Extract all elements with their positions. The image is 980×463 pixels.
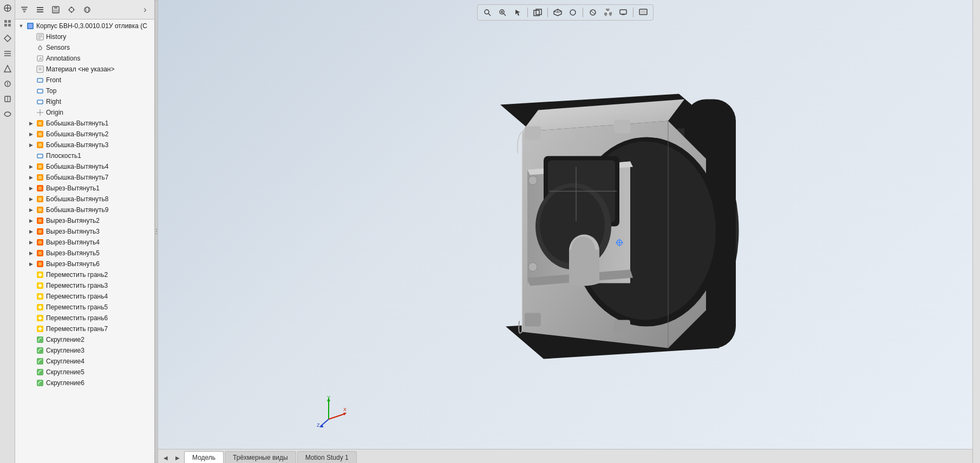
tree-item-sensors[interactable]: ▶Sensors (15, 42, 154, 53)
toolbar-icon-2[interactable] (2, 17, 14, 29)
expand-boss1[interactable]: ▶ (27, 120, 35, 127)
viewport-toolbar (477, 4, 654, 21)
expand-boss3[interactable]: ▶ (27, 141, 35, 149)
tree-item-move6[interactable]: ▶Переместить грань6 (15, 313, 154, 323)
svg-marker-10 (4, 65, 11, 72)
label-move5: Переместить грань5 (46, 303, 108, 311)
toolbar-icon-4[interactable] (2, 48, 14, 59)
svg-point-25 (69, 8, 74, 12)
label-boss4: Бобышка-Вытянуть4 (46, 163, 109, 170)
tree-item-fillet4[interactable]: ▶Скругление4 (15, 356, 154, 367)
expand-cut4[interactable]: ▶ (27, 239, 35, 246)
svg-rect-60 (38, 176, 42, 179)
vp-sphere2-btn[interactable] (566, 6, 579, 18)
expand-cut5[interactable]: ▶ (27, 249, 35, 257)
tab-model[interactable]: Модель (184, 451, 224, 463)
expand-cut1[interactable]: ▶ (27, 184, 35, 192)
3d-model[interactable] (419, 72, 744, 377)
label-fillet5: Скругление5 (46, 368, 84, 376)
tree-item-move7[interactable]: ▶Переместить грань7 (15, 323, 154, 334)
tree-item-front[interactable]: ▶Front (15, 75, 154, 85)
tree-item-top[interactable]: ▶Top (15, 85, 154, 96)
tree-item-boss7[interactable]: ▶Бобышка-Вытянуть7 (15, 172, 154, 183)
toolbar-icon-1[interactable] (2, 2, 14, 14)
tree-item-cut3[interactable]: ▶Вырез-Вытянуть3 (15, 226, 154, 237)
fp-more-btn[interactable]: › (138, 3, 152, 17)
tree-item-move3[interactable]: ▶Переместить грань3 (15, 280, 154, 291)
tree-item-cut6[interactable]: ▶Вырез-Вытянуть6 (15, 259, 154, 269)
fp-crosshair-btn[interactable] (64, 3, 79, 17)
svg-rect-18 (23, 11, 25, 12)
expand-boss4[interactable]: ▶ (27, 163, 35, 170)
fp-list-btn[interactable] (33, 3, 47, 17)
expand-cut3[interactable]: ▶ (27, 228, 35, 235)
tree-item-move2[interactable]: ▶Переместить грань2 (15, 269, 154, 280)
tree-item-fillet5[interactable]: ▶Скругление5 (15, 367, 154, 378)
tree-item-plane1[interactable]: ▶Плоскость1 (15, 150, 154, 161)
svg-rect-42 (37, 66, 43, 72)
tab-3d-views[interactable]: Трёхмерные виды (225, 451, 296, 463)
toolbar-icon-7[interactable] (2, 93, 14, 105)
svg-rect-64 (38, 197, 42, 201)
tree-item-cut4[interactable]: ▶Вырез-Вытянуть4 (15, 237, 154, 248)
svg-rect-6 (8, 24, 11, 27)
vp-cube-btn[interactable] (551, 6, 564, 18)
label-boss8: Бобышка-Вытянуть8 (46, 195, 109, 203)
toolbar-icon-8[interactable] (2, 108, 14, 120)
tree-item-move5[interactable]: ▶Переместить грань5 (15, 302, 154, 313)
tab-motion-study[interactable]: Motion Study 1 (297, 451, 357, 463)
tree-item-boss2[interactable]: ▶Бобышка-Вытянуть2 (15, 129, 154, 140)
tab-nav-right[interactable]: ▶ (172, 452, 183, 463)
tree-item-right[interactable]: ▶Right (15, 96, 154, 107)
expand-boss7[interactable]: ▶ (27, 174, 35, 181)
fp-sphere-btn[interactable] (80, 3, 94, 17)
vp-cursor-btn[interactable] (511, 6, 524, 18)
svg-rect-62 (38, 187, 42, 190)
tree-item-material[interactable]: ▶Материал <не указан> (15, 64, 154, 75)
tree-root[interactable]: ▼ Корпус БВН-0,3.0010.01У отливка (С (15, 21, 154, 31)
icon-boss8 (36, 195, 44, 203)
tree-item-cut2[interactable]: ▶Вырез-Вытянуть2 (15, 215, 154, 226)
label-cut2: Вырез-Вытянуть2 (46, 217, 100, 224)
vp-color-wheel-btn[interactable] (602, 6, 615, 18)
tree-item-fillet6[interactable]: ▶Скругление6 (15, 378, 154, 388)
vp-display-btn[interactable] (617, 6, 630, 18)
tree-item-cut5[interactable]: ▶Вырез-Вытянуть5 (15, 248, 154, 259)
3d-viewport[interactable]: Y X Z (158, 0, 972, 449)
toolbar-icon-3[interactable] (2, 32, 14, 44)
tab-nav-left[interactable]: ◀ (160, 452, 171, 463)
fp-save-btn[interactable] (49, 3, 63, 17)
vp-search-btn[interactable] (481, 6, 494, 18)
tree-item-origin[interactable]: ▶Origin (15, 107, 154, 118)
expand-boss8[interactable]: ▶ (27, 195, 35, 203)
toolbar-icon-6[interactable] (2, 78, 14, 90)
svg-line-95 (488, 14, 491, 16)
vp-zoom-search-btn[interactable] (496, 6, 509, 18)
expand-cut2[interactable]: ▶ (27, 217, 35, 224)
tree-item-fillet2[interactable]: ▶Скругление2 (15, 334, 154, 345)
expand-boss2[interactable]: ▶ (27, 130, 35, 138)
tree-item-cut1[interactable]: ▶Вырез-Вытянуть1 (15, 183, 154, 194)
tree-item-boss1[interactable]: ▶Бобышка-Вытянуть1 (15, 118, 154, 129)
tree-item-fillet3[interactable]: ▶Скругление3 (15, 345, 154, 356)
icon-top (36, 87, 44, 95)
tree-item-boss9[interactable]: ▶Бобышка-Вытянуть9 (15, 204, 154, 215)
tree-item-boss3[interactable]: ▶Бобышка-Вытянуть3 (15, 140, 154, 150)
tree-item-boss8[interactable]: ▶Бобышка-Вытянуть8 (15, 194, 154, 204)
root-expand[interactable]: ▼ (17, 22, 25, 30)
toolbar-icon-5[interactable] (2, 63, 14, 75)
icon-front (36, 76, 44, 84)
tree-item-annotations[interactable]: ▶AAnnotations (15, 53, 154, 64)
vp-box-btn[interactable] (531, 6, 544, 18)
svg-rect-125 (614, 320, 630, 334)
tree-item-history[interactable]: ▶History (15, 31, 154, 42)
vp-zebra-btn[interactable] (586, 6, 599, 18)
label-boss1: Бобышка-Вытянуть1 (46, 120, 109, 127)
tree-item-move4[interactable]: ▶Переместить грань4 (15, 291, 154, 302)
tree-item-boss4[interactable]: ▶Бобышка-Вытянуть4 (15, 161, 154, 172)
expand-boss9[interactable]: ▶ (27, 206, 35, 214)
expand-cut6[interactable]: ▶ (27, 260, 35, 268)
fp-filter-btn[interactable] (17, 3, 31, 17)
vp-monitor-btn[interactable] (637, 6, 650, 18)
icon-fillet2 (36, 335, 44, 344)
